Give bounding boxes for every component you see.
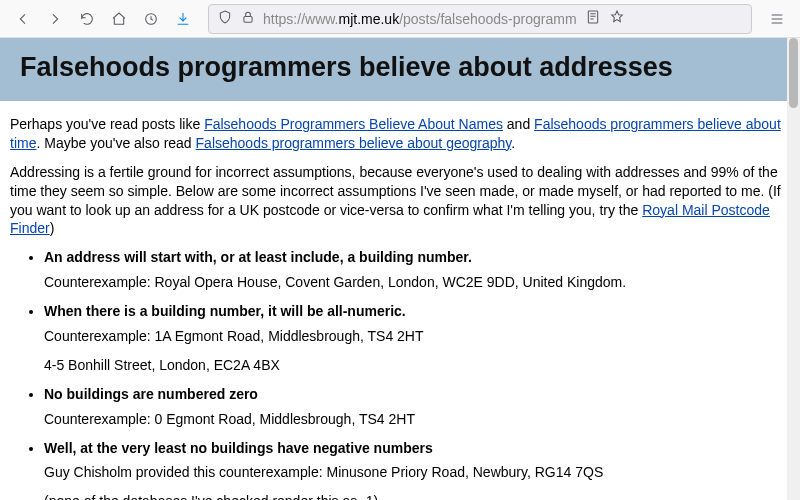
svg-rect-1	[244, 16, 252, 22]
intro-paragraph-2: Addressing is a fertile ground for incor…	[10, 163, 790, 239]
counterexample: (none of the databases I've checked rend…	[44, 492, 790, 500]
history-button[interactable]	[136, 4, 166, 34]
link-geography[interactable]: Falsehoods programmers believe about geo…	[196, 135, 512, 151]
lock-icon	[241, 10, 255, 27]
list-item: An address will start with, or at least …	[44, 248, 790, 292]
falsehoods-list: An address will start with, or at least …	[10, 248, 790, 500]
shield-icon	[217, 9, 233, 28]
list-item: When there is a building number, it will…	[44, 302, 790, 375]
counterexample: Counterexample: 0 Egmont Road, Middlesbr…	[44, 410, 790, 429]
scrollbar-thumb[interactable]	[789, 38, 798, 108]
counterexample: Counterexample: Royal Opera House, Coven…	[44, 273, 790, 292]
back-button[interactable]	[8, 4, 38, 34]
svg-rect-2	[588, 11, 597, 23]
home-button[interactable]	[104, 4, 134, 34]
menu-button[interactable]	[762, 4, 792, 34]
downloads-button[interactable]	[168, 4, 198, 34]
counterexample: Counterexample: 1A Egmont Road, Middlesb…	[44, 327, 790, 346]
counterexample: 4-5 Bonhill Street, London, EC2A 4BX	[44, 356, 790, 375]
reader-mode-icon[interactable]	[585, 9, 601, 28]
falsehood-title: Well, at the very least no buildings hav…	[44, 439, 790, 458]
counterexample: Guy Chisholm provided this counterexampl…	[44, 463, 790, 482]
article-body: Perhaps you've read posts like Falsehood…	[0, 101, 800, 500]
reload-button[interactable]	[72, 4, 102, 34]
page-title: Falsehoods programmers believe about add…	[20, 52, 780, 83]
falsehood-title: No buildings are numbered zero	[44, 385, 790, 404]
bookmark-star-icon[interactable]	[609, 9, 625, 28]
link-names[interactable]: Falsehoods Programmers Believe About Nam…	[204, 116, 503, 132]
falsehood-title: An address will start with, or at least …	[44, 248, 790, 267]
falsehood-title: When there is a building number, it will…	[44, 302, 790, 321]
page-header: Falsehoods programmers believe about add…	[0, 38, 800, 101]
list-item: No buildings are numbered zero Counterex…	[44, 385, 790, 429]
url-bar[interactable]: https://www.mjt.me.uk/posts/falsehoods-p…	[208, 4, 752, 34]
intro-paragraph-1: Perhaps you've read posts like Falsehood…	[10, 115, 790, 153]
list-item: Well, at the very least no buildings hav…	[44, 439, 790, 500]
scrollbar[interactable]	[787, 38, 800, 500]
browser-toolbar: https://www.mjt.me.uk/posts/falsehoods-p…	[0, 0, 800, 38]
forward-button[interactable]	[40, 4, 70, 34]
url-text: https://www.mjt.me.uk/posts/falsehoods-p…	[263, 11, 577, 27]
